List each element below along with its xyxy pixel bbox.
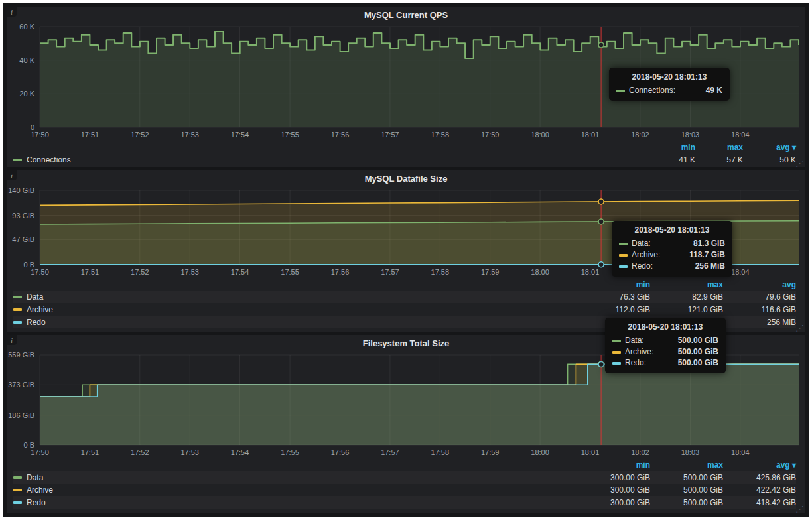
svg-text:18:03: 18:03 bbox=[681, 448, 700, 456]
legend-sort-avg[interactable]: avg bbox=[723, 280, 796, 289]
legend-min-value: 112.0 GiB bbox=[577, 305, 650, 314]
legend-series-label: Connections bbox=[27, 155, 71, 164]
panel-resize-handle[interactable]: ⋰ bbox=[795, 505, 804, 513]
legend-sort-avg[interactable]: avg ▾ bbox=[743, 143, 796, 152]
legend-max-value: 57 K bbox=[695, 155, 743, 164]
svg-text:17:59: 17:59 bbox=[481, 131, 500, 139]
tooltip-timestamp: 2018-05-20 18:01:13 bbox=[619, 226, 725, 235]
panel-title[interactable]: MySQL Current QPS bbox=[7, 7, 805, 21]
legend-avg-value: 116.6 GiB bbox=[723, 305, 796, 314]
legend-avg-value: 422.42 GiB bbox=[723, 486, 796, 495]
svg-text:17:57: 17:57 bbox=[381, 448, 399, 456]
legend-series-data[interactable]: Data bbox=[13, 473, 577, 482]
tooltip-row: Data: 81.3 GiB bbox=[619, 238, 725, 249]
legend-series-label: Data bbox=[27, 292, 43, 302]
legend-sort-avg[interactable]: avg ▾ bbox=[723, 460, 796, 470]
legend-row-archive: Archive 300.00 GiB 500.00 GiB 422.42 GiB bbox=[13, 484, 796, 496]
svg-text:17:53: 17:53 bbox=[180, 448, 199, 456]
legend-series-redo[interactable]: Redo bbox=[13, 318, 577, 327]
series-color-icon bbox=[616, 90, 625, 92]
legend-series-label: Redo bbox=[27, 498, 46, 507]
tooltip-series-label: Data: bbox=[632, 238, 651, 249]
svg-text:17:54: 17:54 bbox=[231, 448, 249, 456]
tooltip-row: Redo: 500.00 GiB bbox=[612, 358, 718, 369]
legend-series-data[interactable]: Data bbox=[13, 292, 577, 302]
legend-sort-min[interactable]: min bbox=[647, 143, 695, 152]
legend-sort-min[interactable]: min bbox=[577, 280, 650, 289]
tooltip-series-label: Redo: bbox=[625, 358, 646, 369]
svg-text:60 K: 60 K bbox=[19, 23, 34, 31]
legend-min-value: 300.00 GiB bbox=[577, 473, 650, 482]
series-color-icon bbox=[619, 254, 628, 257]
panel-mysql-datafile-size: i MySQL Datafile Size 0 B47 GiB93 GiB140… bbox=[7, 170, 805, 332]
legend-row-data: Data 300.00 GiB 500.00 GiB 425.86 GiB bbox=[13, 471, 796, 484]
svg-text:18:02: 18:02 bbox=[631, 448, 649, 456]
legend-max-value: 500.00 GiB bbox=[650, 473, 723, 482]
svg-text:20 K: 20 K bbox=[19, 90, 34, 98]
legend-avg-value: 425.86 GiB bbox=[723, 473, 796, 482]
panel-info-icon[interactable]: i bbox=[7, 170, 17, 180]
panel-mysql-current-qps: i MySQL Current QPS 020 K40 K60 K17:5017… bbox=[7, 7, 805, 167]
svg-text:18:04: 18:04 bbox=[731, 448, 750, 456]
legend-series-archive[interactable]: Archive bbox=[13, 305, 577, 314]
series-color-icon bbox=[13, 321, 22, 324]
legend-series-archive[interactable]: Archive bbox=[13, 486, 577, 495]
legend-sort-max[interactable]: max bbox=[650, 280, 723, 289]
tooltip-series-value: 500.00 GiB bbox=[667, 346, 718, 358]
legend-series-connections[interactable]: Connections bbox=[13, 155, 647, 164]
legend-sort-max[interactable]: max bbox=[650, 460, 723, 470]
series-color-icon bbox=[13, 501, 22, 504]
tooltip-timestamp: 2018-05-20 18:01:13 bbox=[616, 72, 722, 82]
grafana-dashboard: i MySQL Current QPS 020 K40 K60 K17:5017… bbox=[3, 3, 809, 517]
legend-min-value: 76.3 GiB bbox=[577, 292, 650, 302]
panel-info-icon[interactable]: i bbox=[7, 335, 17, 345]
tooltip-series-label: Data: bbox=[625, 335, 644, 346]
legend-series-redo[interactable]: Redo bbox=[13, 498, 577, 507]
svg-text:17:55: 17:55 bbox=[281, 448, 299, 456]
panel-filesystem-total-size: i Filesystem Total Size 0 B186 GiB373 Gi… bbox=[7, 335, 805, 513]
legend-row-data: Data 76.3 GiB 82.9 GiB 79.6 GiB bbox=[13, 291, 796, 303]
svg-text:18:01: 18:01 bbox=[581, 131, 600, 139]
tooltip-row: Redo: 256 MiB bbox=[619, 261, 725, 272]
tooltip-timestamp: 2018-05-20 18:01:13 bbox=[612, 322, 718, 332]
tooltip-series-label: Connections: bbox=[629, 85, 675, 96]
svg-text:17:51: 17:51 bbox=[81, 448, 100, 456]
panel-resize-handle[interactable]: ⋰ bbox=[795, 159, 804, 168]
info-icon: i bbox=[11, 172, 13, 180]
tooltip-series-label: Redo: bbox=[632, 261, 653, 272]
graph-tooltip: 2018-05-20 18:01:13 Connections: 49 K bbox=[609, 68, 730, 101]
graph-tooltip: 2018-05-20 18:01:13 Data: 81.3 GiB Archi… bbox=[612, 221, 732, 277]
legend-sort-min[interactable]: min bbox=[577, 460, 650, 470]
svg-text:17:53: 17:53 bbox=[180, 131, 199, 139]
legend-series-label: Archive bbox=[27, 486, 53, 495]
svg-text:17:59: 17:59 bbox=[481, 448, 500, 456]
legend-max-value: 121.0 GiB bbox=[650, 305, 723, 314]
svg-text:17:58: 17:58 bbox=[431, 268, 450, 276]
svg-text:47 GiB: 47 GiB bbox=[12, 235, 34, 243]
legend-sort-max[interactable]: max bbox=[695, 143, 743, 152]
svg-text:17:56: 17:56 bbox=[331, 448, 350, 456]
svg-text:18:04: 18:04 bbox=[731, 131, 750, 139]
series-color-icon bbox=[619, 243, 628, 245]
tooltip-series-value: 118.7 GiB bbox=[679, 249, 725, 261]
svg-text:17:56: 17:56 bbox=[331, 131, 350, 139]
series-color-icon bbox=[612, 362, 621, 365]
series-color-icon bbox=[13, 476, 22, 479]
legend-max-value: 82.9 GiB bbox=[650, 292, 723, 302]
tooltip-series-value: 500.00 GiB bbox=[667, 358, 718, 369]
tooltip-row: Archive: 118.7 GiB bbox=[619, 249, 725, 261]
svg-text:17:55: 17:55 bbox=[281, 268, 299, 276]
legend-series-label: Data bbox=[27, 473, 43, 482]
panel-resize-handle[interactable]: ⋰ bbox=[795, 324, 804, 332]
tooltip-series-value: 256 MiB bbox=[685, 261, 725, 272]
panel-title[interactable]: MySQL Datafile Size bbox=[7, 170, 805, 185]
svg-text:17:56: 17:56 bbox=[331, 268, 350, 276]
panel-info-icon[interactable]: i bbox=[7, 7, 17, 17]
legend-row-connections: Connections 41 K 57 K 50 K bbox=[13, 153, 796, 166]
svg-text:140 GiB: 140 GiB bbox=[8, 186, 34, 194]
svg-text:18:00: 18:00 bbox=[531, 448, 549, 456]
legend-header-row: min max avg bbox=[13, 278, 796, 291]
legend-min-value: 300.00 GiB bbox=[577, 498, 650, 507]
svg-text:17:51: 17:51 bbox=[81, 131, 100, 139]
svg-text:18:00: 18:00 bbox=[531, 268, 549, 276]
